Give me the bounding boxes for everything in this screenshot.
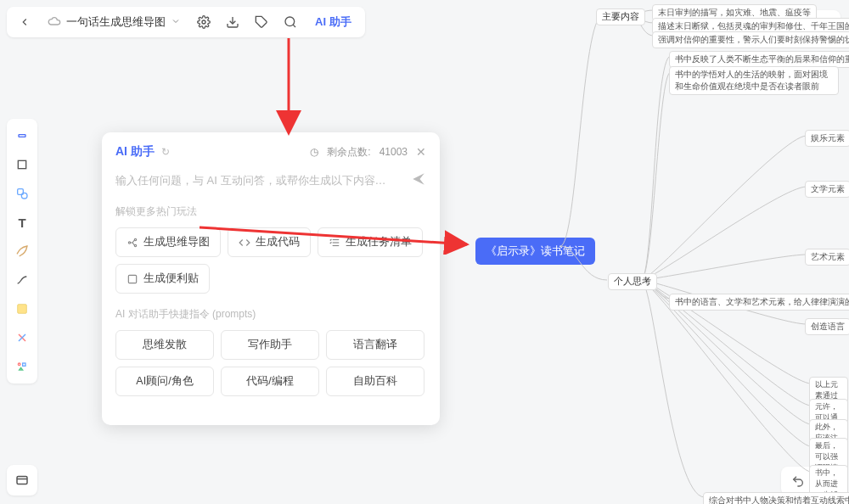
mindmap-icon: [127, 237, 138, 249]
chip-write[interactable]: 写作助手: [221, 330, 319, 360]
chip-translate[interactable]: 语言翻译: [326, 330, 424, 360]
svg-rect-6: [18, 160, 25, 168]
refresh-icon[interactable]: ↻: [161, 146, 170, 158]
document-title-text: 一句话生成思维导图: [66, 14, 166, 30]
svg-point-17: [128, 241, 130, 243]
points-label: 剩余点数:: [327, 145, 370, 160]
mindmap-side-label[interactable]: 创造语言: [805, 318, 849, 335]
list-icon: [329, 237, 340, 249]
export-button[interactable]: [220, 9, 245, 35]
sticky-icon: [127, 273, 138, 285]
shape-tool[interactable]: [10, 182, 34, 205]
section-label-1: 解锁更多热门玩法: [115, 204, 426, 219]
settings-button[interactable]: [191, 9, 216, 35]
mindmap-branch-thoughts[interactable]: 个人思考: [608, 273, 657, 290]
document-title[interactable]: 一句话生成思维导图: [41, 14, 188, 31]
ai-assistant-panel: AI 助手 ↻ ◷ 剩余点数: 41003 ✕ 解锁更多热门玩法 生成思维导图 …: [102, 132, 440, 425]
svg-point-8: [21, 193, 27, 199]
ai-assistant-button[interactable]: AI 助手: [306, 14, 360, 30]
mindmap-side-label[interactable]: 娱乐元素: [805, 130, 849, 147]
chip-generate-tasklist[interactable]: 生成任务清单: [318, 227, 423, 257]
more-shapes-tool[interactable]: [10, 355, 34, 378]
search-button[interactable]: [278, 9, 303, 35]
mindmap-node[interactable]: 强调对信仰的重要性，警示人们要时刻保持警惕的状态: [652, 31, 849, 48]
svg-rect-11: [23, 363, 25, 366]
connector-tool[interactable]: [10, 268, 34, 292]
layers-button[interactable]: [7, 465, 37, 496]
select-tool[interactable]: [10, 124, 34, 148]
frame-tool[interactable]: [10, 153, 34, 176]
send-button[interactable]: [411, 171, 426, 189]
mindmap-side-label[interactable]: 艺术元素: [805, 249, 849, 266]
ai-prompt-input[interactable]: [115, 174, 404, 187]
mindmap-canvas[interactable]: 主要内容 个人思考 末日审判的描写，如灾难、地震、瘟疫等 描述末日断狱，包括灵魂…: [560, 0, 849, 504]
section-label-2: AI 对话助手快捷指令 (prompts): [115, 307, 426, 322]
chip-encyclopedia[interactable]: 自助百科: [326, 367, 424, 396]
pen-tool[interactable]: [10, 239, 34, 263]
svg-point-10: [18, 363, 20, 366]
panel-title-text: AI 助手: [115, 144, 155, 160]
mindmap-side-label[interactable]: 文学元素: [805, 181, 849, 198]
mindmap-branch-main[interactable]: 主要内容: [596, 8, 645, 25]
points-value: 41003: [380, 146, 408, 158]
chip-airole[interactable]: AI顾问/角色: [115, 367, 214, 396]
top-toolbar: 一句话生成思维导图 AI 助手: [7, 7, 365, 37]
svg-rect-9: [18, 305, 27, 314]
mindmap-node[interactable]: 书中的学悟对人的生活的映射，面对困境和生命价值观在绝境中是否在读者眼前: [669, 66, 839, 95]
chip-diverge[interactable]: 思维发散: [115, 330, 214, 360]
svg-rect-5: [19, 135, 25, 137]
svg-point-18: [134, 238, 136, 240]
svg-point-19: [134, 244, 136, 246]
mindmap-node[interactable]: 书中反映了人类不断生态平衡的后果和信仰的重要性: [669, 51, 849, 68]
svg-rect-12: [17, 477, 27, 484]
side-toolbar: T: [7, 119, 37, 384]
close-button[interactable]: ✕: [416, 145, 426, 159]
clock-icon: ◷: [310, 146, 318, 158]
back-button[interactable]: [12, 9, 37, 35]
chevron-down-icon: [171, 16, 181, 29]
svg-point-0: [202, 20, 205, 24]
cloud-icon: [48, 14, 61, 31]
chip-generate-code[interactable]: 生成代码: [228, 227, 311, 257]
sticky-note-tool[interactable]: [10, 297, 34, 321]
svg-point-3: [285, 17, 295, 26]
chip-generate-sticky[interactable]: 生成便利贴: [115, 264, 210, 294]
annotation-arrow-1: [272, 34, 306, 136]
tag-button[interactable]: [249, 9, 274, 35]
mindmap-node[interactable]: 书中的语言、文学和艺术元素，给人律律演演的博感盛宴: [669, 294, 849, 311]
svg-rect-23: [128, 275, 136, 283]
mindmap-tool[interactable]: [10, 326, 34, 350]
text-tool[interactable]: T: [10, 210, 34, 234]
svg-line-4: [293, 25, 295, 27]
mindmap-node[interactable]: 综合对书中人物决策和情着互动线索中的感悟借鉴: [703, 492, 849, 504]
chip-codeprog[interactable]: 代码/编程: [221, 367, 319, 396]
code-icon: [239, 237, 250, 249]
chip-generate-mindmap[interactable]: 生成思维导图: [115, 227, 221, 257]
